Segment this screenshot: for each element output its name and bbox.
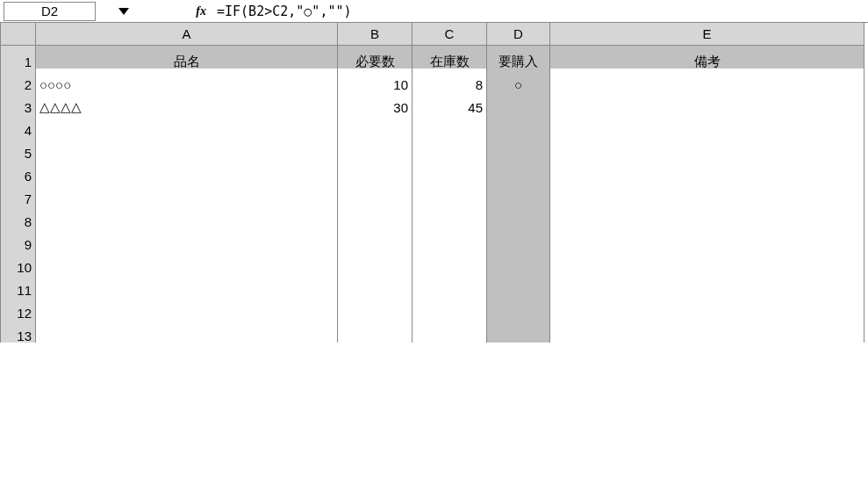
cell-B13[interactable] [338,320,412,343]
col-head-A[interactable]: A [36,23,338,46]
cell-A13[interactable] [36,320,338,343]
col-head-D[interactable]: D [487,23,550,46]
fx-icon[interactable]: fx [165,4,213,18]
row-head-13[interactable]: 13 [1,320,36,343]
col-head-C[interactable]: C [412,23,487,46]
col-head-E[interactable]: E [550,23,864,46]
formula-input[interactable] [213,2,868,21]
cell-C13[interactable] [412,320,487,343]
name-box[interactable]: D2 [4,2,96,21]
formula-bar: D2 fx [0,0,868,23]
svg-marker-0 [118,8,129,15]
spreadsheet-grid: A B C D E 1 品名 必要数 在庫数 要購入 備考 2 ○○○○ 10 … [0,23,868,343]
cell-E13[interactable] [550,320,864,343]
col-head-B[interactable]: B [338,23,412,46]
name-box-dropdown[interactable] [99,2,147,21]
chevron-down-icon [118,8,129,15]
select-all-corner[interactable] [1,23,36,46]
cell-D13[interactable] [487,320,550,343]
